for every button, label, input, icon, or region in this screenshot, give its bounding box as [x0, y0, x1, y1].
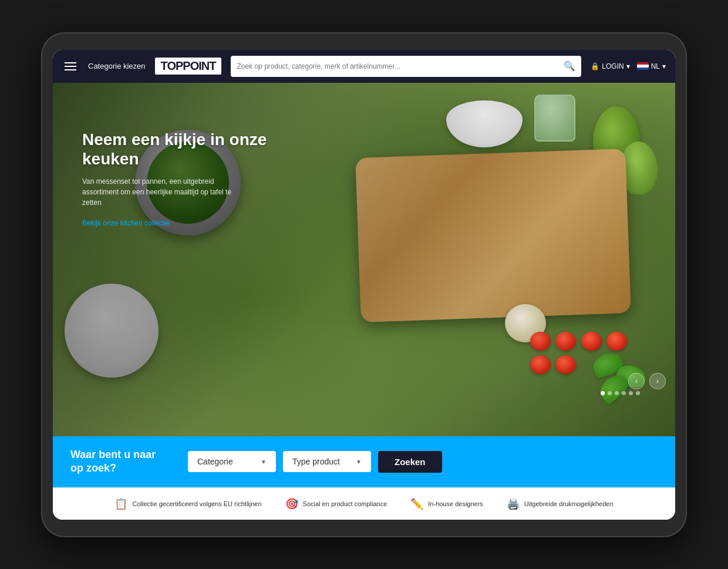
- hero-link[interactable]: Bekijk onze kitchen collectie: [82, 219, 170, 227]
- menu-button[interactable]: [62, 60, 79, 73]
- type-chevron-icon: ▼: [356, 459, 362, 465]
- lang-label: NL: [651, 62, 660, 70]
- lang-arrow-icon: ▾: [662, 62, 666, 70]
- category-chevron-icon: ▼: [261, 459, 267, 465]
- dot-5[interactable]: [629, 391, 633, 395]
- dot-3[interactable]: [615, 391, 619, 395]
- category-select[interactable]: Categorie ▼: [188, 451, 276, 472]
- designers-icon: ✏️: [410, 497, 423, 510]
- hero-content: Neem een kijkje in onze keuken Van messe…: [82, 130, 282, 228]
- type-select[interactable]: Type product ▼: [283, 451, 371, 472]
- search-label-line2: op zoek?: [70, 462, 176, 475]
- feature-text-4: Uitgebreide drukmogelijkheden: [524, 500, 614, 507]
- eu-cert-icon: 📋: [114, 497, 127, 510]
- hero-section: Neem een kijkje in onze keuken Van messe…: [53, 83, 675, 436]
- hero-title: Neem een kijkje in onze keuken: [82, 130, 282, 169]
- flag-icon: [637, 62, 649, 70]
- type-select-label: Type product: [292, 457, 340, 466]
- features-bar: 📋 Collectie gecertificeerd volgens EU ri…: [53, 487, 675, 520]
- slider-dots: [601, 391, 640, 395]
- search-section: Waar bent u naar op zoek? Categorie ▼ Ty…: [53, 436, 675, 487]
- lock-icon: 🔒: [591, 62, 599, 70]
- login-label: LOGIN: [602, 62, 623, 70]
- feature-item-4: 🖨️ Uitgebreide drukmogelijkheden: [507, 497, 614, 510]
- tablet-screen: Categorie kiezen TOPPOINT 🔍 🔒 LOGIN ▾: [53, 50, 675, 520]
- dot-4[interactable]: [622, 391, 626, 395]
- search-input[interactable]: [237, 62, 559, 70]
- zoeken-button[interactable]: Zoeken: [378, 451, 442, 473]
- feature-text-2: Social en product compliance: [303, 500, 387, 507]
- feature-text-1: Collectie gecertificeerd volgens EU rich…: [132, 500, 261, 507]
- header-right: 🔒 LOGIN ▾ NL ▾: [591, 62, 666, 70]
- dot-1[interactable]: [601, 391, 605, 395]
- login-arrow-icon: ▾: [626, 62, 630, 70]
- slider-next-button[interactable]: ›: [649, 373, 666, 389]
- search-filters: Categorie ▼ Type product ▼ Zoeken: [188, 451, 658, 473]
- logo-text: TOPPOINT: [161, 59, 216, 72]
- category-menu-label[interactable]: Categorie kiezen: [88, 62, 146, 70]
- header: Categorie kiezen TOPPOINT 🔍 🔒 LOGIN ▾: [53, 50, 675, 83]
- feature-item-1: 📋 Collectie gecertificeerd volgens EU ri…: [114, 497, 261, 510]
- feature-item-3: ✏️ In-house designers: [410, 497, 483, 510]
- search-bar: 🔍: [231, 56, 581, 77]
- login-button[interactable]: 🔒 LOGIN ▾: [591, 62, 629, 70]
- search-label-line1: Waar bent u naar: [70, 448, 176, 462]
- feature-text-3: In-house designers: [428, 500, 483, 507]
- language-button[interactable]: NL ▾: [637, 62, 666, 70]
- dot-2[interactable]: [608, 391, 612, 395]
- tablet-frame: Categorie kiezen TOPPOINT 🔍 🔒 LOGIN ▾: [41, 32, 687, 537]
- compliance-icon: 🎯: [285, 497, 298, 510]
- search-icon[interactable]: 🔍: [564, 60, 575, 72]
- feature-item-2: 🎯 Social en product compliance: [285, 497, 387, 510]
- slider-controls: ‹ ›: [628, 373, 666, 389]
- logo[interactable]: TOPPOINT: [155, 58, 222, 75]
- dot-6[interactable]: [636, 391, 640, 395]
- slider-prev-button[interactable]: ‹: [628, 373, 645, 389]
- category-select-label: Categorie: [197, 457, 233, 466]
- search-label: Waar bent u naar op zoek?: [70, 448, 176, 476]
- hero-subtitle: Van messenset tot pannen, een uitgebreid…: [82, 176, 247, 208]
- print-icon: 🖨️: [507, 497, 520, 510]
